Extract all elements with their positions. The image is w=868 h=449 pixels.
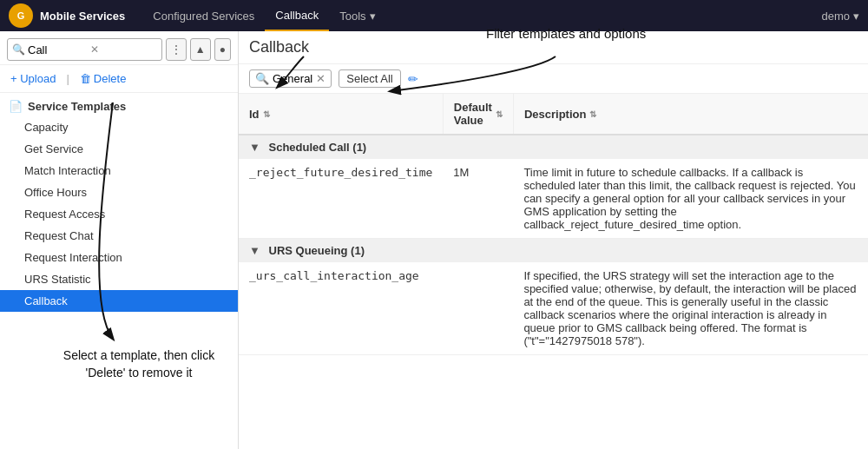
- sidebar-item-capacity[interactable]: Capacity: [0, 116, 238, 138]
- chevron-down-icon: ▾: [853, 10, 859, 23]
- main-content: Callback 🔍 General ✕ Select All ✏: [239, 31, 868, 449]
- app-name: Mobile Services: [40, 10, 125, 23]
- table-row: _reject_future_desired_time 1M Time limi…: [239, 159, 868, 239]
- sidebar-item-request-interaction[interactable]: Request Interaction: [0, 247, 238, 268]
- sort-icon: ⇅: [496, 109, 503, 119]
- nav-configured-services[interactable]: Configured Services: [142, 0, 265, 31]
- sidebar-item-urs-statistic[interactable]: URS Statistic: [0, 268, 238, 290]
- filter-search-icon: 🔍: [255, 72, 269, 85]
- sidebar-item-match-interaction[interactable]: Match Interaction: [0, 160, 238, 182]
- app-logo: G: [9, 3, 33, 28]
- sidebar: 🔍 ✕ ⋮ ▲ ● + Upload | 🗑 Delete 📄 Service …: [0, 31, 239, 449]
- sidebar-item-office-hours[interactable]: Office Hours: [0, 182, 238, 203]
- scroll-up-button[interactable]: ▲: [190, 38, 211, 61]
- section-urs-queueing[interactable]: ▼ URS Queueing (1): [239, 239, 868, 263]
- cell-description: Time limit in future to schedule callbac…: [513, 159, 868, 239]
- top-navigation: G Mobile Services Configured Services Ca…: [0, 0, 868, 31]
- nav-callback[interactable]: Callback: [265, 0, 329, 31]
- section-toggle[interactable]: ▼: [249, 141, 260, 154]
- upload-button[interactable]: + Upload: [7, 70, 59, 87]
- cell-description: If specified, the URS strategy will set …: [513, 262, 868, 355]
- clear-icon[interactable]: ✕: [90, 43, 99, 56]
- page-title: Callback: [249, 38, 309, 56]
- file-icon: 📄: [9, 100, 23, 113]
- sidebar-actions: + Upload | 🗑 Delete: [0, 65, 238, 93]
- filter-options-button[interactable]: ⋮: [166, 38, 187, 61]
- sidebar-search-bar: 🔍 ✕ ⋮ ▲ ●: [0, 31, 238, 65]
- sidebar-item-callback[interactable]: Callback: [0, 290, 238, 312]
- chevron-down-icon: ▾: [370, 10, 376, 23]
- search-icon: 🔍: [12, 43, 25, 56]
- cell-default-value: 1M: [443, 159, 513, 239]
- sidebar-list: Capacity Get Service Match Interaction O…: [0, 116, 238, 449]
- table-header: Id ⇅ Default Value ⇅: [239, 94, 868, 135]
- sidebar-item-get-service[interactable]: Get Service: [0, 138, 238, 160]
- content-header: Callback: [239, 31, 868, 64]
- cell-id: _reject_future_desired_time: [239, 159, 443, 239]
- edit-icon[interactable]: ✏: [408, 72, 418, 86]
- search-box[interactable]: 🔍 ✕: [7, 38, 162, 61]
- sidebar-item-request-chat[interactable]: Request Chat: [0, 225, 238, 247]
- cell-id: _urs_call_interaction_age: [239, 262, 443, 355]
- section-scheduled-call[interactable]: ▼ Scheduled Call (1): [239, 135, 868, 159]
- sidebar-section-header: 📄 Service Templates: [0, 93, 238, 116]
- column-default-value[interactable]: Default Value ⇅: [443, 94, 513, 135]
- cell-default-value: [443, 262, 513, 355]
- main-layout: 🔍 ✕ ⋮ ▲ ● + Upload | 🗑 Delete 📄 Service …: [0, 31, 868, 449]
- section-toggle[interactable]: ▼: [249, 244, 260, 257]
- delete-button[interactable]: 🗑 Delete: [76, 70, 130, 87]
- user-menu[interactable]: demo ▾: [821, 10, 859, 23]
- scroll-down-button[interactable]: ●: [214, 38, 231, 61]
- select-all-button[interactable]: Select All: [339, 69, 400, 88]
- column-description[interactable]: Description ⇅: [513, 94, 868, 135]
- filter-remove-button[interactable]: ✕: [316, 72, 326, 85]
- filter-tag[interactable]: 🔍 General ✕: [249, 69, 332, 88]
- table-row: _urs_call_interaction_age If specified, …: [239, 262, 868, 355]
- sort-icon: ⇅: [589, 109, 596, 119]
- column-id[interactable]: Id ⇅: [239, 94, 443, 135]
- sort-icon: ⇅: [263, 109, 270, 119]
- search-input[interactable]: [28, 43, 89, 56]
- filter-bar: 🔍 General ✕ Select All ✏: [239, 64, 868, 94]
- trash-icon: 🗑: [80, 72, 91, 85]
- sidebar-item-request-access[interactable]: Request Access: [0, 203, 238, 225]
- nav-tools[interactable]: Tools ▾: [329, 0, 385, 31]
- data-table: Id ⇅ Default Value ⇅: [239, 94, 868, 449]
